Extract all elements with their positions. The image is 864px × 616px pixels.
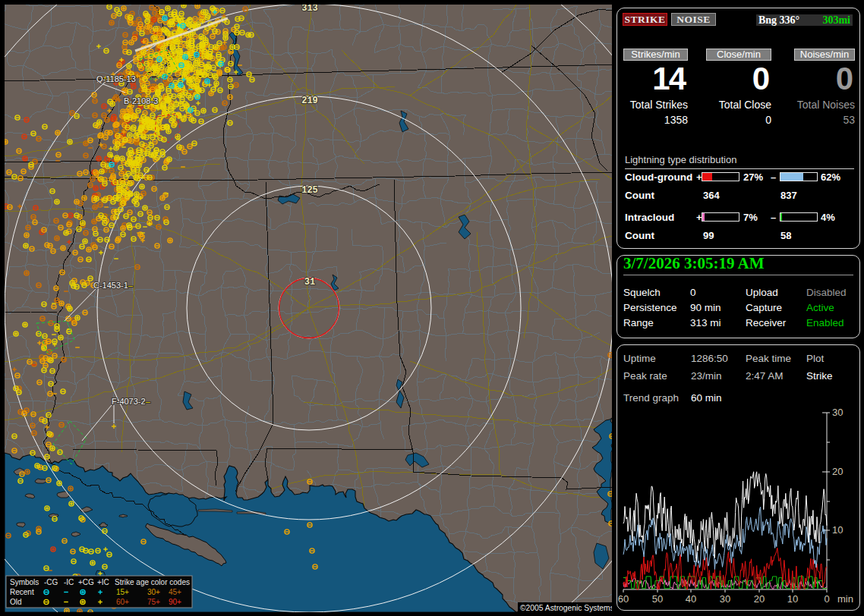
svg-text:min: min xyxy=(837,593,853,605)
svg-text:C-1453-1–: C-1453-1– xyxy=(93,281,134,290)
svg-text:15+30+45+: 15+30+45+ xyxy=(116,588,181,596)
svg-text:313: 313 xyxy=(301,5,318,14)
svg-text:Symbols-CG-IC+CG+ICStrike age: Symbols-CG-IC+CG+ICStrike age color code… xyxy=(10,578,190,586)
svg-text:40: 40 xyxy=(686,593,696,605)
svg-text:60+75+90+: 60+75+90+ xyxy=(116,598,181,606)
svg-text:60: 60 xyxy=(618,593,629,605)
svg-text:30: 30 xyxy=(720,593,730,605)
svg-text:©2005 Astrogenic Systems: ©2005 Astrogenic Systems xyxy=(520,604,612,612)
svg-text:Q-1185-13: Q-1185-13 xyxy=(96,74,136,83)
svg-text:Recent: Recent xyxy=(10,588,34,596)
svg-text:F-4073-2–: F-4073-2– xyxy=(112,397,151,406)
svg-text:30: 30 xyxy=(832,407,843,418)
svg-text:219: 219 xyxy=(301,96,318,106)
svg-text:125: 125 xyxy=(301,185,318,196)
svg-text:0: 0 xyxy=(824,593,829,605)
svg-text:50: 50 xyxy=(652,593,663,605)
svg-text:Old: Old xyxy=(10,598,22,606)
svg-text:20: 20 xyxy=(832,466,843,477)
svg-text:31: 31 xyxy=(304,277,315,288)
svg-text:20: 20 xyxy=(754,593,765,605)
svg-text:B-2108-3: B-2108-3 xyxy=(124,96,158,105)
svg-text:10: 10 xyxy=(832,524,843,536)
svg-text:10: 10 xyxy=(787,593,798,605)
